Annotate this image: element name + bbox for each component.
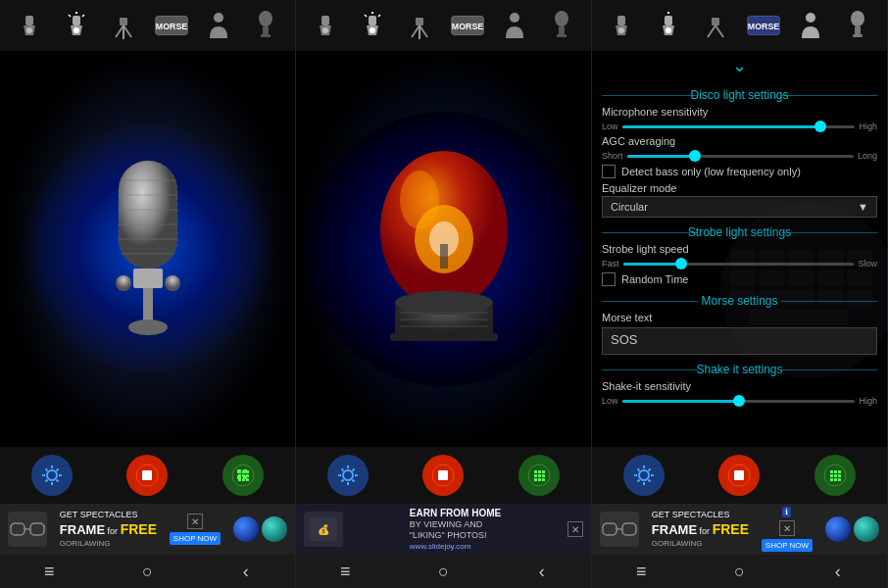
svg-line-102 — [352, 469, 354, 471]
ad3-info[interactable]: ℹ — [782, 507, 791, 517]
ad-banner-panel3[interactable]: GET SPECTACLES FRAME for FREE GORILAWING… — [592, 504, 887, 555]
nav-back[interactable]: ‹ — [226, 562, 266, 582]
ad-cta[interactable]: SHOP NOW — [170, 532, 221, 545]
shake-sensitivity-slider[interactable] — [618, 400, 860, 403]
tb3-lamp[interactable] — [840, 8, 875, 43]
svg-rect-169 — [834, 478, 837, 481]
svg-rect-163 — [834, 470, 837, 473]
tb3-flashlight-on[interactable] — [651, 8, 686, 43]
gear-button-3[interactable] — [623, 455, 665, 496]
svg-rect-74 — [416, 18, 423, 25]
strobe-speed-label: Strobe light speed — [602, 243, 689, 255]
nav2-menu[interactable]: ≡ — [325, 562, 365, 582]
ad3-glasses-image — [600, 512, 639, 547]
equalizer-value: Circular — [611, 201, 648, 213]
nav-bar-panel2: ≡ ○ ‹ — [296, 555, 591, 588]
tb3-person[interactable] — [793, 8, 828, 43]
stop-button-3[interactable] — [718, 455, 760, 496]
tb-flashlight-off[interactable] — [12, 8, 47, 43]
svg-point-123 — [666, 27, 671, 33]
svg-point-16 — [259, 11, 272, 26]
ad2-text: EARN FROM HOME BY VIEWING AND "LIKING" P… — [410, 507, 501, 553]
svg-rect-83 — [557, 34, 567, 37]
nav3-back[interactable]: ‹ — [818, 562, 858, 582]
gear-button[interactable] — [31, 455, 73, 496]
tb-beam[interactable] — [106, 8, 141, 43]
ad3-text: GET SPECTACLES FRAME for FREE GORILAWING — [652, 510, 749, 550]
tb2-flashlight-off[interactable] — [308, 8, 343, 43]
svg-point-32 — [47, 470, 57, 480]
svg-rect-42 — [142, 470, 152, 480]
svg-rect-105 — [438, 470, 448, 480]
svg-rect-125 — [712, 18, 719, 25]
svg-rect-114 — [538, 478, 541, 481]
svg-rect-170 — [838, 478, 841, 481]
random-time-checkbox[interactable] — [602, 272, 616, 286]
svg-rect-51 — [238, 470, 241, 473]
tb3-morse[interactable]: MORSE — [746, 8, 781, 43]
svg-line-155 — [637, 469, 639, 471]
svg-point-95 — [343, 470, 353, 480]
detect-bass-label: Detect bass only (low frequency only) — [621, 166, 801, 177]
svg-rect-3 — [73, 16, 80, 25]
gear-button-2[interactable] — [327, 455, 369, 496]
grid-button-2[interactable] — [518, 455, 560, 496]
nav-home[interactable]: ○ — [127, 562, 167, 582]
ad3-close-button[interactable]: ✕ — [779, 520, 795, 536]
ad2-close-button[interactable]: ✕ — [567, 521, 583, 537]
detect-bass-checkbox[interactable] — [602, 165, 616, 178]
svg-line-101 — [352, 480, 354, 482]
nav2-back[interactable]: ‹ — [522, 562, 562, 582]
morse-text-label: Morse text — [602, 312, 652, 323]
tb2-flashlight-on[interactable] — [355, 8, 390, 43]
ad-decorations — [233, 516, 287, 542]
svg-line-75 — [412, 25, 419, 37]
ad-close-button[interactable]: ✕ — [187, 514, 203, 529]
agc-slider[interactable] — [623, 155, 858, 158]
stop-button[interactable] — [126, 455, 168, 496]
mic-sensitivity-slider-row[interactable]: Low High — [602, 122, 877, 131]
stop-button-2[interactable] — [422, 455, 464, 496]
tb-flashlight-on[interactable] — [59, 8, 94, 43]
shake-sensitivity-slider-row[interactable]: Low High — [602, 396, 877, 406]
svg-line-158 — [637, 480, 639, 482]
tb2-lamp[interactable] — [544, 8, 579, 43]
svg-rect-138 — [818, 251, 843, 266]
tb2-morse[interactable]: MORSE — [450, 8, 485, 43]
tb-lamp[interactable] — [248, 8, 283, 43]
svg-line-37 — [45, 469, 47, 471]
nav-menu[interactable]: ≡ — [29, 562, 69, 582]
ad3-cta[interactable]: SHOP NOW — [762, 539, 813, 552]
svg-rect-9 — [120, 18, 127, 25]
tb-morse[interactable]: MORSE — [154, 8, 189, 43]
tb3-flashlight-off[interactable] — [604, 8, 639, 43]
microphone-display[interactable] — [0, 51, 295, 447]
agc-high-label: Long — [858, 151, 877, 161]
svg-rect-115 — [542, 478, 545, 481]
ad-banner-panel1[interactable]: GET SPECTACLES FRAME for FREE GORILAWING… — [0, 504, 295, 555]
grid-button-3[interactable] — [814, 455, 856, 496]
tb-person[interactable] — [201, 8, 236, 43]
mic-sensitivity-slider[interactable] — [618, 125, 860, 128]
detect-bass-row[interactable]: Detect bass only (low frequency only) — [602, 165, 877, 178]
ad-banner-panel2[interactable]: 💰 EARN FROM HOME BY VIEWING AND "LIKING"… — [296, 504, 591, 555]
tb2-beam[interactable] — [402, 8, 437, 43]
mic-high-label: High — [859, 122, 877, 131]
nav3-home[interactable]: ○ — [719, 562, 759, 582]
tb3-beam[interactable] — [698, 8, 733, 43]
svg-rect-147 — [818, 290, 843, 305]
svg-rect-61 — [30, 523, 44, 535]
svg-rect-172 — [622, 523, 636, 535]
svg-line-157 — [648, 469, 650, 471]
svg-rect-54 — [238, 474, 241, 477]
svg-rect-110 — [534, 474, 537, 477]
nav3-menu[interactable]: ≡ — [621, 562, 661, 582]
grid-button[interactable] — [222, 455, 264, 496]
tb2-person[interactable] — [497, 8, 532, 43]
agc-slider-row[interactable]: Short Long — [602, 151, 877, 161]
svg-rect-27 — [133, 269, 163, 288]
settings-chevron[interactable]: ⌄ — [602, 51, 877, 80]
siren-display[interactable] — [296, 51, 591, 447]
nav2-home[interactable]: ○ — [423, 562, 463, 582]
svg-rect-113 — [534, 478, 537, 481]
